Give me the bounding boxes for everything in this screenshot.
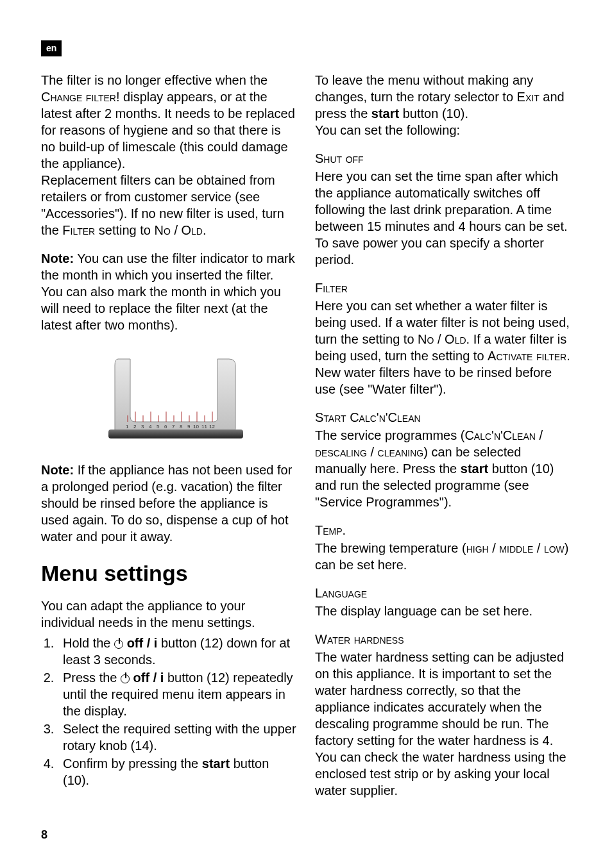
- page-number: 8: [41, 828, 47, 842]
- leave-menu-paragraph: To leave the menu without making any cha…: [315, 72, 571, 138]
- svg-text:11: 11: [201, 424, 207, 430]
- list-item: Press the off / i button (12) repeatedly…: [58, 669, 297, 719]
- cleaning-label: cleaning: [378, 445, 424, 459]
- svg-text:12: 12: [209, 424, 215, 430]
- svg-text:8: 8: [180, 424, 183, 430]
- text: setting to: [95, 223, 154, 237]
- left-column: The filter is no longer effective when t…: [41, 72, 297, 810]
- svg-text:4: 4: [149, 424, 152, 430]
- exit-label: Exit: [517, 90, 540, 104]
- start-button-label: start: [202, 756, 230, 771]
- menu-settings-heading: Menu settings: [41, 559, 297, 587]
- temp-heading: Temp.: [315, 522, 571, 538]
- menu-intro: You can adapt the appliance to your indi…: [41, 597, 297, 631]
- no-old-label: No / Old: [155, 223, 203, 237]
- language-body: The display language can be set here.: [315, 603, 571, 619]
- calcnclean-label: Calc'n'Clean: [464, 428, 535, 442]
- text: The brewing temperature (: [315, 541, 466, 555]
- water-hardness-heading: Water hardness: [315, 631, 571, 647]
- note-label: Note:: [41, 463, 74, 477]
- text: .: [203, 223, 207, 237]
- svg-text:1: 1: [126, 424, 129, 430]
- list-item: Hold the off / i button (12) down for at…: [58, 635, 297, 668]
- note-appliance-unused: Note: If the appliance has not been used…: [41, 462, 297, 545]
- note-body: If the appliance has not been used for a…: [41, 463, 292, 544]
- list-item: Select the required setting with the upp…: [58, 721, 297, 754]
- svg-text:7: 7: [172, 424, 175, 430]
- filter-effectiveness-paragraph: The filter is no longer effective when t…: [41, 72, 297, 238]
- filter-body: Here you can set whether a water filter …: [315, 297, 571, 397]
- text: Press the: [63, 671, 121, 685]
- low-label: low: [544, 541, 565, 555]
- off-i-button-label: off / i: [133, 671, 164, 685]
- text: /: [489, 541, 500, 555]
- text: Hold the: [63, 636, 114, 650]
- text: /: [536, 428, 543, 442]
- filter-month-indicator-figure: 123456789101112: [83, 346, 256, 449]
- shut-off-body: Here you can set the time span after whi…: [315, 168, 571, 268]
- svg-text:10: 10: [193, 424, 199, 430]
- svg-rect-1: [108, 430, 243, 438]
- svg-text:3: 3: [141, 424, 144, 430]
- text: The filter is no longer effective when t…: [41, 73, 268, 87]
- start-calcnclean-body: The service programmes (Calc'n'Clean / d…: [315, 427, 571, 510]
- text: /: [367, 445, 378, 459]
- follow-text: You can set the following:: [315, 122, 571, 138]
- text: button (10).: [399, 106, 468, 121]
- text: The service programmes (: [315, 428, 464, 442]
- start-calcnclean-heading: Start Calc'n'Clean: [315, 409, 571, 426]
- svg-text:6: 6: [164, 424, 167, 430]
- descaling-label: descaling: [315, 445, 367, 459]
- svg-text:9: 9: [187, 424, 191, 430]
- svg-text:5: 5: [157, 424, 160, 430]
- water-hardness-body: The water hardness setting can be adjust…: [315, 649, 571, 799]
- off-i-button-label: off / i: [127, 636, 158, 650]
- svg-text:2: 2: [133, 424, 137, 430]
- text: Confirm by pressing the: [63, 756, 202, 771]
- menu-steps-list: Hold the off / i button (12) down for at…: [41, 635, 297, 789]
- two-column-layout: The filter is no longer effective when t…: [41, 72, 571, 810]
- high-label: high: [466, 541, 489, 555]
- activate-filter-label: Activate filter: [488, 349, 566, 363]
- note-filter-indicator: Note: You can use the filter indicator t…: [41, 250, 297, 333]
- text: To leave the menu without making any cha…: [315, 73, 533, 104]
- shut-off-heading: Shut off: [315, 150, 571, 167]
- filter-setting-label: Filter: [62, 223, 95, 237]
- change-filter-display-label: Change filter!: [41, 90, 120, 104]
- start-button-label: start: [371, 106, 399, 121]
- power-icon: [114, 640, 123, 649]
- no-old-label: No / Old: [418, 332, 466, 346]
- middle-label: middle: [499, 541, 533, 555]
- right-column: To leave the menu without making any cha…: [315, 72, 571, 810]
- list-item: Confirm by pressing the start button (10…: [58, 755, 297, 789]
- temp-body: The brewing temperature (high / middle /…: [315, 540, 571, 573]
- note-label: Note:: [41, 251, 74, 265]
- language-heading: Language: [315, 585, 571, 601]
- start-button-label: start: [461, 462, 488, 476]
- power-icon: [121, 674, 130, 683]
- text: /: [533, 541, 544, 555]
- note-body: You can use the filter indicator to mark…: [41, 251, 295, 332]
- language-badge: en: [41, 40, 62, 56]
- filter-heading: Filter: [315, 280, 571, 296]
